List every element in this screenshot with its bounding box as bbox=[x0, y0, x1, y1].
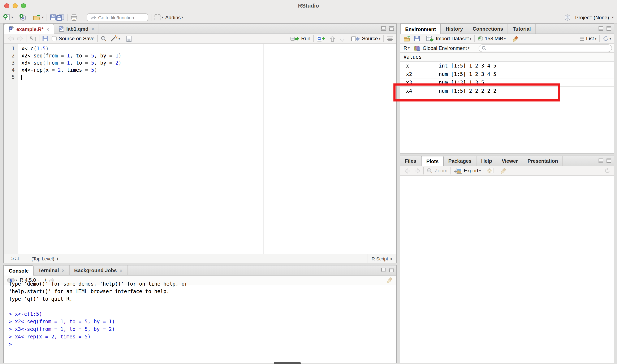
scope-selector[interactable]: (Top Level) ▲▼ bbox=[27, 254, 63, 263]
tab-presentation[interactable]: Presentation bbox=[523, 156, 563, 166]
tab-files[interactable]: Files bbox=[400, 156, 421, 166]
source-button[interactable]: Source bbox=[351, 34, 378, 43]
tab-environment[interactable]: Environment bbox=[400, 24, 441, 34]
load-workspace-icon[interactable] bbox=[404, 34, 411, 43]
tab-terminal[interactable]: Terminal× bbox=[34, 265, 70, 275]
previous-plot-icon[interactable] bbox=[404, 166, 411, 175]
goto-file-input[interactable] bbox=[98, 15, 140, 20]
list-view-caret-icon[interactable]: ▾ bbox=[595, 37, 596, 40]
clear-all-plots-icon[interactable] bbox=[500, 166, 507, 175]
language-selector[interactable]: R bbox=[404, 45, 407, 51]
variable-row-x2[interactable]: x2num [1:5] 1 2 3 4 5 bbox=[400, 70, 614, 78]
project-cube-icon: R bbox=[564, 14, 571, 21]
save-button[interactable] bbox=[50, 13, 56, 22]
maximize-pane-icon[interactable] bbox=[389, 26, 394, 31]
close-tab-icon[interactable]: × bbox=[92, 26, 94, 31]
environment-search-box[interactable] bbox=[479, 44, 612, 52]
memory-usage-icon[interactable] bbox=[478, 34, 483, 43]
rerun-button[interactable] bbox=[317, 34, 326, 43]
tab-console[interactable]: Console bbox=[4, 265, 34, 275]
export-plot-button[interactable]: Export bbox=[454, 166, 478, 175]
memory-caret-icon[interactable]: ▾ bbox=[504, 37, 506, 40]
close-tab-icon[interactable]: × bbox=[46, 27, 49, 32]
tab-background-jobs[interactable]: Background Jobs× bbox=[70, 265, 128, 275]
go-next-section-icon[interactable] bbox=[339, 34, 345, 43]
file-type-selector[interactable]: R Script ▲▼ bbox=[367, 254, 396, 263]
refresh-environment-icon[interactable] bbox=[603, 34, 609, 43]
import-dataset-caret-icon[interactable]: ▾ bbox=[470, 37, 471, 40]
environment-toolbar: Import Dataset ▾ 158 MiB ▾ List ▾ ▾ bbox=[400, 34, 614, 44]
line-number: 2 bbox=[4, 52, 18, 60]
save-all-button[interactable] bbox=[56, 13, 64, 22]
tab-example-r-[interactable]: Rexample.R*× bbox=[4, 24, 54, 34]
remove-plot-icon[interactable] bbox=[487, 166, 494, 175]
tab-packages[interactable]: Packages bbox=[444, 156, 476, 166]
next-plot-icon[interactable] bbox=[414, 166, 420, 175]
zoom-plot-icon[interactable] bbox=[427, 166, 433, 175]
source-on-save-checkbox[interactable] bbox=[52, 36, 57, 41]
open-file-button[interactable] bbox=[33, 13, 41, 22]
open-in-new-window-icon[interactable] bbox=[29, 34, 36, 43]
close-tab-icon[interactable]: × bbox=[62, 268, 65, 273]
tab-plots[interactable]: Plots bbox=[421, 156, 444, 166]
minimize-pane-icon[interactable] bbox=[381, 26, 386, 31]
print-button[interactable] bbox=[70, 13, 78, 22]
language-caret-icon[interactable]: ▾ bbox=[408, 46, 410, 50]
import-dataset-button[interactable]: Import Dataset bbox=[426, 34, 469, 43]
variable-row-x[interactable]: xint [1:5] 1 2 3 4 5 bbox=[400, 62, 614, 70]
maximize-pane-icon[interactable] bbox=[606, 26, 611, 31]
minimize-pane-icon[interactable] bbox=[599, 26, 603, 31]
memory-usage-label: 158 MiB bbox=[485, 36, 503, 41]
code-line: x<-c(1:5) bbox=[21, 45, 396, 52]
compile-report-icon[interactable] bbox=[126, 34, 132, 43]
save-current-doc-icon[interactable] bbox=[42, 34, 48, 43]
maximize-pane-icon[interactable] bbox=[606, 158, 611, 163]
back-icon[interactable] bbox=[8, 34, 14, 43]
go-previous-section-icon[interactable] bbox=[330, 34, 335, 43]
search-icon bbox=[482, 46, 486, 51]
tab-help[interactable]: Help bbox=[476, 156, 497, 166]
scope-caret-icon[interactable]: ▾ bbox=[468, 46, 469, 50]
addins-caret-icon[interactable]: ▾ bbox=[182, 15, 183, 19]
list-view-button[interactable]: List bbox=[579, 34, 594, 43]
open-file-caret-icon[interactable]: ▾ bbox=[42, 15, 44, 19]
refresh-caret-icon[interactable]: ▾ bbox=[609, 37, 611, 40]
console-output-area[interactable]: Type 'demo()' for some demos, 'help()' f… bbox=[4, 275, 396, 363]
code-tools-caret-icon[interactable]: ▾ bbox=[118, 37, 120, 40]
minimize-pane-icon[interactable] bbox=[381, 268, 386, 272]
find-replace-icon[interactable] bbox=[101, 34, 107, 43]
tab-connections[interactable]: Connections bbox=[468, 24, 508, 34]
panes-layout-button[interactable] bbox=[154, 13, 161, 22]
console-line-output: 'help.start()' for an HTML browser inter… bbox=[9, 288, 396, 295]
tab-lab1-qmd[interactable]: lab1.qmd× bbox=[54, 24, 99, 34]
goto-file-search[interactable] bbox=[87, 13, 148, 21]
source-caret-icon[interactable]: ▾ bbox=[379, 37, 381, 40]
minimize-pane-icon[interactable] bbox=[599, 158, 603, 163]
code-token: = bbox=[85, 60, 88, 66]
environment-search-input[interactable] bbox=[488, 46, 609, 51]
forward-icon[interactable] bbox=[17, 34, 23, 43]
tab-viewer[interactable]: Viewer bbox=[497, 156, 523, 166]
new-project-button[interactable]: R bbox=[19, 13, 27, 22]
clear-environment-icon[interactable] bbox=[512, 34, 519, 43]
addins-button[interactable]: Addins bbox=[165, 14, 181, 20]
run-button[interactable]: Run bbox=[290, 34, 310, 43]
export-caret-icon[interactable]: ▾ bbox=[479, 169, 481, 173]
code-tools-icon[interactable] bbox=[111, 34, 118, 43]
panes-layout-caret-icon[interactable]: ▾ bbox=[161, 15, 163, 19]
new-file-caret-icon[interactable]: ▾ bbox=[11, 15, 13, 19]
maximize-pane-icon[interactable] bbox=[389, 268, 394, 272]
document-outline-icon[interactable] bbox=[387, 34, 393, 43]
code-token bbox=[64, 53, 67, 59]
refresh-plot-icon[interactable] bbox=[604, 166, 610, 175]
tab-history[interactable]: History bbox=[441, 24, 468, 34]
project-menu-button[interactable]: R Project: (None) ▾ bbox=[564, 14, 614, 21]
save-workspace-icon[interactable] bbox=[414, 34, 420, 43]
code-token bbox=[88, 67, 91, 73]
close-tab-icon[interactable]: × bbox=[120, 268, 122, 273]
code-editor-area[interactable]: 12345 x<-c(1:5)x2<-seq(from = 1, to = 5,… bbox=[4, 44, 396, 254]
tab-tutorial[interactable]: Tutorial bbox=[508, 24, 536, 34]
new-file-button[interactable] bbox=[3, 13, 11, 22]
environment-scope-selector[interactable]: Global Environment bbox=[423, 45, 467, 51]
svg-text:R: R bbox=[10, 27, 12, 30]
